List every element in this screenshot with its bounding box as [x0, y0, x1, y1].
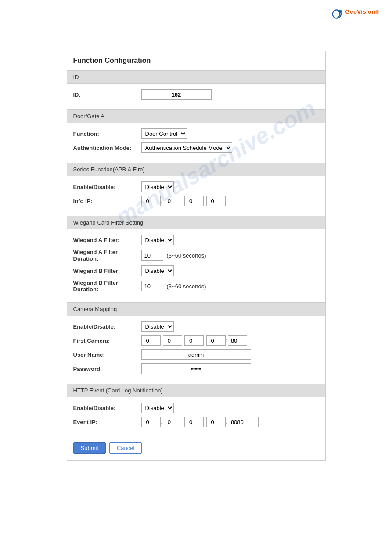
- section-camera-header: Camera Mapping: [67, 302, 325, 316]
- camera-enable-select[interactable]: Disable Enable: [141, 321, 174, 332]
- section-series-body: Enable/Disable: Disable Enable Info IP: …: [67, 176, 325, 216]
- ev-ip3[interactable]: [184, 417, 204, 427]
- info-ip-group: . . .: [141, 196, 226, 206]
- ev-sep-1: .: [161, 419, 162, 425]
- header: GeoVision®: [0, 0, 392, 25]
- section-http-header: HTTP Event (Card Log Notification): [67, 384, 325, 397]
- http-enable-label: Enable/Disable:: [73, 405, 141, 411]
- ip-sep-2: .: [183, 198, 184, 204]
- section-http-body: Enable/Disable: Disable Enable Event IP:…: [67, 397, 325, 437]
- cancel-button[interactable]: Cancel: [109, 442, 142, 454]
- series-enable-row: Enable/Disable: Disable Enable: [73, 181, 319, 192]
- password-label: Password:: [73, 366, 141, 372]
- logo-text: GeoVision®: [345, 8, 379, 20]
- form-title: Function Configuration: [67, 51, 325, 70]
- logo-area: GeoVision®: [331, 8, 379, 20]
- wiegand-a-duration-label: Wiegand A Filter Duration:: [73, 249, 141, 262]
- wiegand-a-filter-select[interactable]: Disable Enable: [141, 235, 174, 245]
- http-enable-row: Enable/Disable: Disable Enable: [73, 403, 319, 413]
- section-wiegand-header: Wiegand Card Filter Setting: [67, 216, 325, 229]
- wiegand-b-duration-suffix: (3~60 seconds): [167, 283, 206, 290]
- logo-name: GeoVision: [345, 8, 376, 15]
- cam-ip2[interactable]: [163, 335, 182, 346]
- wiegand-b-filter-row: Wiegand B Filter: Disable Enable: [73, 265, 319, 276]
- series-enable-select[interactable]: Disable Enable: [141, 181, 174, 192]
- wiegand-a-filter-row: Wiegand A Filter: Disable Enable: [73, 235, 319, 245]
- first-camera-label: First Camera:: [73, 337, 141, 344]
- ip-sep-3: .: [204, 198, 205, 204]
- info-ip3[interactable]: [184, 196, 204, 206]
- wiegand-b-duration-input[interactable]: [141, 281, 163, 291]
- wiegand-b-filter-label: Wiegand B Filter:: [73, 268, 141, 274]
- ev-port-input[interactable]: [228, 417, 259, 427]
- wiegand-b-duration-label: Wiegand B Filter Duration:: [73, 279, 141, 293]
- wiegand-a-duration-row: Wiegand A Filter Duration: (3~60 seconds…: [73, 249, 319, 262]
- function-select[interactable]: Door Control: [141, 128, 187, 139]
- cam-ip4[interactable]: [206, 335, 226, 346]
- wiegand-a-filter-label: Wiegand A Filter:: [73, 237, 141, 243]
- info-ip2[interactable]: [163, 196, 182, 206]
- info-ip4[interactable]: [206, 196, 226, 206]
- event-ip-label: Event IP:: [73, 419, 141, 425]
- section-door-body: Function: Door Control Authentication Mo…: [67, 123, 325, 163]
- username-row: User Name:: [73, 349, 319, 360]
- id-label: ID:: [73, 91, 141, 98]
- wiegand-b-duration-row: Wiegand B Filter Duration: (3~60 seconds…: [73, 279, 319, 293]
- info-ip-label: Info IP:: [73, 198, 141, 204]
- main-content: Function Configuration ID ID: Door/Gate …: [0, 25, 392, 478]
- ev-colon: :: [226, 419, 227, 425]
- event-ip-group: . . . :: [141, 417, 259, 427]
- camera-ip-group: . . . :: [141, 335, 247, 346]
- section-series-header: Series Function(APB & Fire): [67, 163, 325, 176]
- form-container: Function Configuration ID ID: Door/Gate …: [67, 51, 326, 461]
- ev-ip2[interactable]: [163, 417, 182, 427]
- ev-ip4[interactable]: [206, 417, 226, 427]
- wiegand-a-duration-input[interactable]: [141, 250, 163, 261]
- cam-sep-2: .: [183, 337, 184, 344]
- auth-mode-label: Authentication Mode:: [73, 145, 141, 151]
- series-enable-label: Enable/Disable:: [73, 184, 141, 190]
- svg-point-1: [338, 10, 342, 13]
- wiegand-a-duration-suffix: (3~60 seconds): [167, 252, 206, 259]
- cam-sep-3: .: [204, 337, 205, 344]
- info-ip1[interactable]: [141, 196, 161, 206]
- camera-enable-row: Enable/Disable: Disable Enable: [73, 321, 319, 332]
- section-id-body: ID:: [67, 84, 325, 109]
- password-input[interactable]: [141, 363, 251, 374]
- username-label: User Name:: [73, 352, 141, 358]
- section-id-header: ID: [67, 70, 325, 84]
- cam-port-input[interactable]: [228, 335, 247, 346]
- cam-sep-1: .: [161, 337, 162, 344]
- auth-mode-field-row: Authentication Mode: Authentication Sche…: [73, 142, 319, 153]
- cam-ip1[interactable]: [141, 335, 161, 346]
- logo-sup: ®: [375, 10, 379, 15]
- cam-ip3[interactable]: [184, 335, 204, 346]
- id-input[interactable]: [141, 89, 212, 100]
- section-camera-body: Enable/Disable: Disable Enable First Cam…: [67, 316, 325, 384]
- submit-area: Submit Cancel: [67, 437, 325, 460]
- function-label: Function:: [73, 131, 141, 137]
- page-wrapper: GeoVision® manualsarchive.com Function C…: [0, 0, 392, 555]
- username-input[interactable]: [141, 349, 251, 360]
- section-door-header: Door/Gate A: [67, 109, 325, 123]
- auth-mode-select[interactable]: Authentication Schedule Mode: [141, 142, 232, 153]
- id-field-row: ID:: [73, 89, 319, 100]
- http-enable-select[interactable]: Disable Enable: [141, 403, 174, 413]
- ev-sep-3: .: [204, 419, 205, 425]
- wiegand-b-filter-select[interactable]: Disable Enable: [141, 265, 174, 276]
- info-ip-row: Info IP: . . .: [73, 196, 319, 206]
- camera-enable-label: Enable/Disable:: [73, 323, 141, 330]
- event-ip-row: Event IP: . . . :: [73, 417, 319, 427]
- function-field-row: Function: Door Control: [73, 128, 319, 139]
- cam-colon: :: [226, 337, 227, 344]
- geovision-logo-icon: [331, 8, 344, 20]
- submit-button[interactable]: Submit: [73, 442, 106, 454]
- section-wiegand-body: Wiegand A Filter: Disable Enable Wiegand…: [67, 229, 325, 302]
- first-camera-row: First Camera: . . . :: [73, 335, 319, 346]
- ev-sep-2: .: [183, 419, 184, 425]
- password-row: Password:: [73, 363, 319, 374]
- ip-sep-1: .: [161, 198, 162, 204]
- ev-ip1[interactable]: [141, 417, 161, 427]
